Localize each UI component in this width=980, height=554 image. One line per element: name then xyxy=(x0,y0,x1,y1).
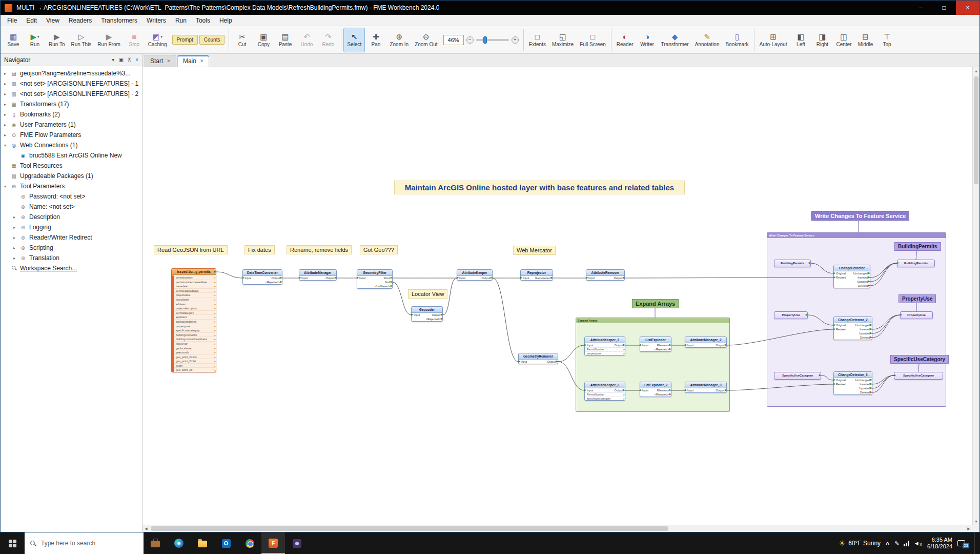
transformer-button[interactable]: ◆Transformer xyxy=(658,28,692,52)
nav-item-name-not-set[interactable]: ⊛Name: <not set> xyxy=(1,202,142,212)
nav-item-geojson-lang-en-refine-issuedate-3[interactable]: ▸▤geojson?lang=en&refine=issuedate%3... xyxy=(1,68,142,78)
start-button[interactable] xyxy=(0,532,25,554)
expander-icon[interactable]: ▸ xyxy=(12,215,17,220)
node-ak3[interactable]: AttributeKeeper_3▶InputOutput▶PermitNumb… xyxy=(584,382,625,401)
file-explorer-button[interactable] xyxy=(191,532,214,554)
nav-item-reader-writer-redirect[interactable]: ▸⊛Reader/Writer Redirect xyxy=(1,232,142,243)
show-desktop-button[interactable] xyxy=(974,532,977,554)
horizontal-scrollbar-thumb[interactable] xyxy=(151,526,668,531)
node-srcpu[interactable]: PropertyUse▶ xyxy=(774,311,808,319)
zoom-slider[interactable] xyxy=(476,39,509,41)
annotation-expand-arrays-label[interactable]: Expand Arrays xyxy=(632,299,679,308)
zoom-in-button[interactable]: ⊕Zoom In xyxy=(386,28,412,52)
zoom-out-button[interactable]: ⊖Zoom Out xyxy=(412,28,440,52)
pin-icon[interactable]: ⊼ xyxy=(128,57,131,63)
menu-item-edit[interactable]: Edit xyxy=(22,15,42,26)
chevron-down-icon[interactable]: ▾ xyxy=(112,57,114,63)
node-am2[interactable]: AttributeManager_2▶InputOutput▶ xyxy=(685,337,727,348)
expander-icon[interactable]: ▸ xyxy=(3,82,8,86)
nav-item-upgradeable-packages-1[interactable]: ▧Upgradeable Packages (1) xyxy=(1,171,142,181)
cut-button[interactable]: ✂Cut xyxy=(231,28,253,52)
briefcase-app-button[interactable] xyxy=(144,532,167,554)
volume-icon[interactable]: ◄ xyxy=(914,540,922,546)
nav-item-description[interactable]: ▸⊛Description xyxy=(1,212,142,222)
nav-item-not-set-arcgisonlinefeatures-2[interactable]: ▸▥<not set> [ARCGISONLINEFEATURES] - 2 xyxy=(1,89,142,99)
expander-icon[interactable]: ▸ xyxy=(12,235,17,240)
nav-item-user-parameters-1[interactable]: ▸◉User Parameters (1) xyxy=(1,120,142,130)
media-app-button[interactable] xyxy=(285,532,309,554)
menu-item-readers[interactable]: Readers xyxy=(64,15,96,26)
expander-icon[interactable]: ▸ xyxy=(12,225,17,230)
auto-layout-button[interactable]: ⊞Auto-Layout xyxy=(757,28,790,52)
nav-item-fme-flow-parameters[interactable]: ▸⊙FME Flow Parameters xyxy=(1,130,142,140)
fme-workbench-button[interactable] xyxy=(261,532,285,554)
node-attrem[interactable]: AttributeRemover▶InputOutput▶ xyxy=(586,269,625,281)
annotation-read-geojson[interactable]: Read GeoJSON from URL xyxy=(154,245,228,254)
tab-close-icon[interactable]: ✕ xyxy=(167,58,171,64)
paste-button[interactable]: ▤Paste xyxy=(274,28,296,52)
pen-icon[interactable]: ✎ xyxy=(894,540,899,547)
taskbar-search[interactable]: Type here to search xyxy=(25,532,144,554)
node-repro[interactable]: Reprojector▶InputReprojected▶ xyxy=(520,269,553,281)
left-button[interactable]: ◧Left xyxy=(790,28,811,52)
run-button[interactable]: ▶▾Run xyxy=(24,28,46,52)
toggle-prompt[interactable]: Prompt xyxy=(172,35,198,45)
connection-gf-to-geo[interactable] xyxy=(393,282,411,315)
canvas[interactable]: Expand ArraysWrite Changes To Feature Se… xyxy=(142,67,972,525)
annotation-specificusecategory-label[interactable]: SpecificUseCategory xyxy=(890,355,949,364)
undo-button[interactable]: ↶Undo xyxy=(296,28,317,52)
nav-item-workspace-search[interactable]: Workspace Search... xyxy=(1,263,142,273)
node-am1[interactable]: AttributeManager▶InputOutput▶ xyxy=(299,269,337,281)
node-cd3[interactable]: ChangeDetector_3▶OriginalUnchanged▶▶Revi… xyxy=(833,371,872,395)
menu-item-transformers[interactable]: Transformers xyxy=(96,15,142,26)
node-srcbp[interactable]: BuildingPermits▶ xyxy=(774,260,811,267)
expander-icon[interactable]: ▸ xyxy=(3,112,8,117)
nav-item-translation[interactable]: ▸⊛Translation xyxy=(1,253,142,263)
reader-button[interactable]: ◐Reader xyxy=(614,28,637,52)
right-button[interactable]: ◨Right xyxy=(811,28,833,52)
expander-icon[interactable]: ▸ xyxy=(3,102,8,107)
vertical-scrollbar-thumb[interactable] xyxy=(974,76,978,184)
title-bar[interactable]: MULTI → ARCGISONLINEFEATURES (C:\Work\ET… xyxy=(1,1,979,15)
pan-button[interactable]: ✚Pan xyxy=(365,28,386,52)
annotation-write-changes-label[interactable]: Write Changes To Feature Service xyxy=(811,211,909,221)
annotation-got-geo[interactable]: Got Geo??? xyxy=(360,245,398,254)
bookmark-button[interactable]: ▯Bookmark xyxy=(723,28,752,52)
annotation-web-mercator[interactable]: Web Mercator xyxy=(513,246,556,255)
scroll-up-icon[interactable]: ▲ xyxy=(973,67,979,74)
taskbar-clock[interactable]: 6:35 AM 6/18/2024 xyxy=(927,537,952,550)
caching-button[interactable]: ◩▾Caching xyxy=(145,28,170,52)
node-reader[interactable]: issued-bu...g-permits▶permitnumberpermit… xyxy=(171,268,216,372)
notification-center[interactable]: 23 xyxy=(957,540,969,546)
nav-item-bruc5588-esri-arcgis-online-new[interactable]: ◉bruc5588 Esri ArcGIS Online New xyxy=(1,150,142,161)
node-ak2[interactable]: AttributeKeeper_2▶InputOutput▶PermitNumb… xyxy=(584,337,625,355)
expander-icon[interactable]: ▾ xyxy=(3,184,8,189)
connection-ak1-to-georem[interactable] xyxy=(493,278,518,362)
nav-item-web-connections-1[interactable]: ▾◎Web Connections (1) xyxy=(1,140,142,150)
tab-main[interactable]: Main✕ xyxy=(177,55,210,67)
expander-icon[interactable]: ▸ xyxy=(12,246,17,250)
nav-item-tool-resources[interactable]: ▦Tool Resources xyxy=(1,161,142,171)
nav-item-password-not-set[interactable]: ⊛Password: <not set> xyxy=(1,191,142,202)
nav-item-tool-parameters[interactable]: ▾⊛Tool Parameters xyxy=(1,181,142,191)
scroll-right-icon[interactable]: ▶ xyxy=(965,525,972,532)
nav-item-not-set-arcgisonlinefeatures-1[interactable]: ▸▥<not set> [ARCGISONLINEFEATURES] - 1 xyxy=(1,78,142,89)
menu-item-tools[interactable]: Tools xyxy=(191,15,215,26)
node-gf[interactable]: GeometryFilter▶InputPoint▶Null▶<Unfilter… xyxy=(357,269,393,289)
node-wrsuc[interactable]: ▶SpecificUseCategory xyxy=(894,372,943,380)
copy-button[interactable]: ▣Copy xyxy=(253,28,274,52)
expander-icon[interactable]: ▸ xyxy=(3,123,8,127)
extents-button[interactable]: □Extents xyxy=(526,28,549,52)
network-icon[interactable] xyxy=(904,541,909,546)
nav-item-scripting[interactable]: ▸⊛Scripting xyxy=(1,243,142,253)
close-button[interactable]: × xyxy=(956,1,979,15)
node-le1[interactable]: ListExploder▶InputElements▶<Rejected>▶ xyxy=(640,337,671,352)
top-button[interactable]: ⊤Top xyxy=(876,28,897,52)
select-button[interactable]: ↖Select xyxy=(343,28,365,52)
edge-button[interactable] xyxy=(167,532,191,554)
node-ak1[interactable]: AttributeKeeper▶InputOutput▶ xyxy=(457,269,493,281)
node-am3[interactable]: AttributeManager_3▶InputOutput▶ xyxy=(685,382,727,393)
tab-start[interactable]: Start✕ xyxy=(145,55,176,67)
node-cd1[interactable]: ChangeDetector▶OriginalUnchanged▶▶Revise… xyxy=(833,265,870,288)
zoom-plus-button[interactable]: + xyxy=(512,36,519,44)
